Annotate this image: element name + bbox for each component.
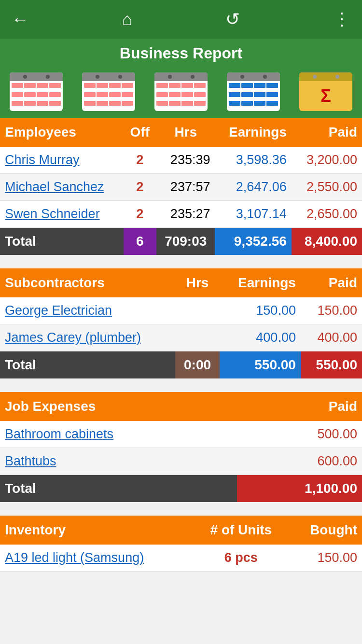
employees-header: Employees Off Hrs Earnings Paid (0, 118, 362, 147)
employees-total-row: Total 6 709:03 9,352.56 8,400.00 (0, 228, 362, 255)
job-expenses-paid-col-header: Paid (237, 392, 362, 421)
employees-total-paid: 8,400.00 (292, 228, 362, 255)
off-col-header: Off (124, 118, 156, 147)
employee-paid: 2,550.00 (292, 174, 362, 201)
subcontractors-header: Subcontractors Hrs Earnings Paid (0, 268, 362, 297)
inventory-bought-col-header: Bought (288, 516, 362, 545)
job-expenses-total-row: Total 1,100.00 (0, 475, 362, 503)
sub-paid-col-header: Paid (301, 268, 362, 297)
sub-hrs (175, 297, 219, 324)
subcontractors-total-row: Total 0:00 550.00 550.00 (0, 351, 362, 379)
sub-total-hrs: 0:00 (175, 351, 219, 379)
employee-off: 2 (124, 147, 156, 174)
sub-paid: 400.00 (301, 324, 362, 351)
job-expenses-col-header: Job Expenses (0, 392, 237, 421)
employee-hrs: 235:27 (156, 201, 215, 228)
page-title: Business Report (120, 44, 242, 62)
employee-name[interactable]: Chris Murray (0, 147, 124, 174)
employees-col-header: Employees (0, 118, 124, 147)
employee-earnings: 3,598.36 (215, 147, 291, 174)
employee-off: 2 (124, 174, 156, 201)
inventory-header: Inventory # of Units Bought (0, 516, 362, 545)
hrs-col-header: Hrs (156, 118, 215, 147)
table-row: A19 led light (Samsung) 6 pcs 150.00 (0, 545, 362, 572)
title-bar: Business Report (0, 39, 362, 68)
subcontractors-col-header: Subcontractors (0, 268, 175, 297)
employees-table: Employees Off Hrs Earnings Paid Chris Mu… (0, 118, 362, 255)
table-row: Chris Murray 2 235:39 3,598.36 3,200.00 (0, 147, 362, 174)
employee-earnings: 2,647.06 (215, 174, 291, 201)
employees-total-off: 6 (124, 228, 156, 255)
expense-paid: 600.00 (237, 448, 362, 475)
paid-col-header: Paid (292, 118, 362, 147)
job-expenses-section: Job Expenses Paid Bathroom cabinets 500.… (0, 392, 362, 502)
sub-hrs (175, 324, 219, 351)
sub-total-earnings: 550.00 (220, 351, 301, 379)
je-total-label: Total (0, 475, 237, 503)
employee-name[interactable]: Swen Schneider (0, 201, 124, 228)
employee-paid: 2,650.00 (292, 201, 362, 228)
sub-earnings: 150.00 (220, 297, 301, 324)
inventory-name[interactable]: A19 led light (Samsung) (0, 545, 195, 572)
job-expenses-header: Job Expenses Paid (0, 392, 362, 421)
table-row: Bathtubs 600.00 (0, 448, 362, 475)
employee-name[interactable]: Michael Sanchez (0, 174, 124, 201)
sub-name[interactable]: George Electrician (0, 297, 175, 324)
sub-total-paid: 550.00 (301, 351, 362, 379)
subcontractors-section: Subcontractors Hrs Earnings Paid George … (0, 268, 362, 378)
sub-paid: 150.00 (301, 297, 362, 324)
inventory-section: Inventory # of Units Bought A19 led ligh… (0, 516, 362, 572)
employees-total-hrs: 709:03 (156, 228, 215, 255)
expense-name[interactable]: Bathtubs (0, 448, 237, 475)
employee-off: 2 (124, 201, 156, 228)
back-button[interactable]: ← (12, 9, 29, 29)
calendar-row: Σ (0, 68, 362, 118)
table-row: George Electrician 150.00 150.00 (0, 297, 362, 324)
employee-earnings: 3,107.14 (215, 201, 291, 228)
subcontractors-table: Subcontractors Hrs Earnings Paid George … (0, 268, 362, 378)
employee-hrs: 235:39 (156, 147, 215, 174)
expense-paid: 500.00 (237, 421, 362, 448)
earnings-col-header: Earnings (215, 118, 291, 147)
top-bar: ← ⌂ ↺ ⋮ (0, 0, 362, 39)
table-row: Michael Sanchez 2 237:57 2,647.06 2,550.… (0, 174, 362, 201)
calendar-icon-3[interactable] (154, 72, 208, 111)
inventory-units: 6 pcs (195, 545, 288, 572)
table-row: Bathroom cabinets 500.00 (0, 421, 362, 448)
sub-name[interactable]: James Carey (plumber) (0, 324, 175, 351)
employees-total-earnings: 9,352.56 (215, 228, 291, 255)
home-button[interactable]: ⌂ (122, 9, 133, 29)
employee-paid: 3,200.00 (292, 147, 362, 174)
sub-earnings: 400.00 (220, 324, 301, 351)
sub-hrs-col-header: Hrs (175, 268, 219, 297)
inventory-bought: 150.00 (288, 545, 362, 572)
sub-earnings-col-header: Earnings (220, 268, 301, 297)
inventory-units-col-header: # of Units (195, 516, 288, 545)
job-expenses-table: Job Expenses Paid Bathroom cabinets 500.… (0, 392, 362, 502)
employees-section: Employees Off Hrs Earnings Paid Chris Mu… (0, 118, 362, 255)
menu-button[interactable]: ⋮ (333, 9, 350, 29)
sigma-icon[interactable]: Σ (299, 72, 352, 111)
expense-name[interactable]: Bathroom cabinets (0, 421, 237, 448)
refresh-button[interactable]: ↺ (225, 9, 240, 29)
sub-total-label: Total (0, 351, 175, 379)
calendar-icon-4[interactable] (227, 72, 280, 111)
table-row: James Carey (plumber) 400.00 400.00 (0, 324, 362, 351)
inventory-table: Inventory # of Units Bought A19 led ligh… (0, 516, 362, 572)
employee-hrs: 237:57 (156, 174, 215, 201)
je-total-paid: 1,100.00 (237, 475, 362, 503)
calendar-icon-1[interactable] (10, 72, 63, 111)
calendar-icon-2[interactable] (82, 72, 135, 111)
table-row: Swen Schneider 2 235:27 3,107.14 2,650.0… (0, 201, 362, 228)
employees-total-label: Total (0, 228, 124, 255)
inventory-col-header: Inventory (0, 516, 195, 545)
